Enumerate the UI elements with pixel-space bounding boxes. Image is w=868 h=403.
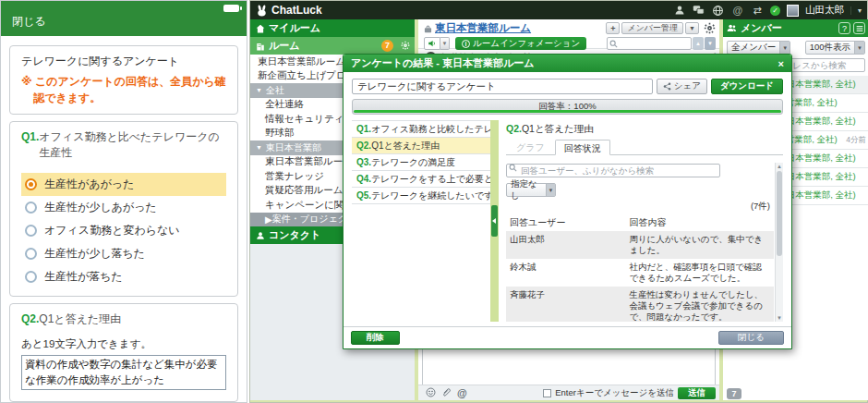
scroll-up-arrow[interactable]: ▲ — [776, 164, 783, 169]
close-button[interactable]: 閉じる — [12, 14, 46, 30]
help-icon[interactable]: ? — [838, 22, 850, 34]
radio-option[interactable]: 生産性が少しあがった — [21, 196, 226, 219]
delete-button[interactable]: 削除 — [351, 331, 400, 345]
pane-resize-handle[interactable] — [491, 205, 498, 237]
rabbit-logo-icon — [256, 5, 268, 17]
room-label: 全社連絡 — [265, 98, 304, 111]
radio-checked-icon — [25, 178, 37, 190]
question-2-title: Q2. Q1と答えた理由 — [21, 311, 226, 327]
members-controls: 全メンバー ▼ 100件表示 ▼ — [723, 37, 868, 55]
answers-table: 回答ユーザー 回答内容 山田太郎周りに人がいないので、集中できました。 鈴木誠社… — [506, 214, 774, 322]
modal-panes: Q1.オフィス勤務と比較したテレワークの生… Q2.Q1と答えた理由 Q3.テレ… — [352, 120, 783, 322]
presence-status-icon[interactable]: ✓ — [770, 6, 780, 16]
radio-option[interactable]: 生産性が落ちた — [21, 265, 226, 288]
room-label: 営業ナレッジ — [265, 170, 324, 183]
answer-user: 鈴木誠 — [506, 262, 629, 284]
scroll-down-arrow[interactable]: ▼ — [776, 315, 783, 321]
toolbar-right: Enterキーでメッセージを送信 送信 — [543, 387, 716, 399]
message-search-group: ▲ ▼ — [607, 37, 716, 50]
search-icon — [509, 164, 517, 172]
mention-icon[interactable]: @ — [731, 4, 744, 17]
page-size-value: 100件表示 — [806, 42, 854, 54]
question-list-item-selected[interactable]: Q2.Q1と答えた理由 — [352, 138, 490, 154]
person-icon — [256, 231, 265, 240]
tab-graph[interactable]: グラフ — [508, 140, 553, 154]
switch-icon[interactable]: ⇄ — [751, 4, 764, 17]
question-text: Q1と答えた理由 — [39, 311, 121, 327]
radio-label: 生産性が少し落ちた — [44, 246, 145, 262]
attach-file-icon[interactable] — [441, 385, 452, 401]
radio-label: オフィス勤務と変わらない — [44, 223, 180, 238]
answer-content: 社内だと、確認事項を口頭で確認できるためスムーズでした。 — [629, 262, 774, 284]
table-header: 回答ユーザー 回答内容 — [506, 214, 774, 231]
share-button[interactable]: シェア — [657, 79, 707, 94]
scrollbar-thumb[interactable] — [777, 171, 782, 256]
emoji-icon[interactable] — [426, 385, 436, 401]
search-prev-button[interactable]: ▲ — [693, 37, 704, 50]
send-button[interactable]: 送信 — [678, 387, 716, 399]
app-logo[interactable]: ChatLuck — [256, 4, 322, 17]
scrollbar[interactable]: ▲ ▼ — [775, 163, 783, 322]
tab-answer-status[interactable]: 回答状況 — [555, 140, 610, 155]
chatluck-app: ChatLuck @ ⇄ ✓ 山田太郎 ▾ マイルーム — [249, 0, 868, 403]
profile-icon[interactable] — [673, 4, 686, 17]
chat-rooms-icon[interactable] — [693, 4, 705, 17]
sidebar-rooms-header[interactable]: ルーム 7 — [250, 37, 415, 55]
notification-sound-button[interactable] — [424, 37, 440, 50]
search-next-button[interactable]: ▼ — [705, 37, 716, 50]
radio-option[interactable]: 生産性が少し落ちた — [21, 242, 226, 265]
answer-row[interactable]: 山田太郎周りに人がいないので、集中できました。 — [506, 231, 774, 259]
answer-user: 斉藤花子 — [506, 289, 629, 322]
question-text: オフィス勤務と比較したテレワークの生… — [371, 124, 490, 134]
radio-option[interactable]: オフィス勤務と変わらない — [21, 219, 226, 242]
sidebar-my-room[interactable]: マイルーム — [250, 19, 415, 37]
rooms-settings-gear-icon[interactable] — [401, 41, 410, 52]
radio-label: 生産性が少しあがった — [44, 200, 157, 215]
survey-name-input[interactable] — [352, 79, 653, 94]
mobile-header: 閉じる — [1, 1, 247, 36]
member-scope-select[interactable]: 全メンバー ▼ — [727, 41, 790, 55]
chat-header: 東日本営業部ルーム + メンバー管理 ▼ ▼ i ルームイ — [418, 19, 719, 49]
answer-filter-select[interactable]: 指定なし ▼ — [506, 183, 556, 197]
question-list-item[interactable]: Q5.テレワークを継続したいですか — [352, 188, 490, 204]
radio-icon — [25, 248, 37, 260]
question-text: テレワークの満足度 — [371, 157, 455, 167]
member-manage-button[interactable]: メンバー管理 — [621, 22, 683, 34]
add-member-button[interactable]: + — [606, 22, 620, 34]
room-label: 東日本営業部ルーム — [258, 55, 345, 68]
modal-close-icon[interactable]: × — [778, 58, 784, 69]
download-button[interactable]: ダウンロード — [711, 79, 783, 94]
room-settings-gear-icon[interactable] — [704, 22, 716, 34]
chat-header-row2: ▼ i ルームインフォメーション ▲ ▼ — [424, 36, 716, 51]
question-list-item[interactable]: Q3.テレワークの満足度 — [352, 154, 490, 171]
question-detail-pane: Q2. Q1と答えた理由 グラフ 回答状況 指定なし — [499, 120, 783, 322]
room-information-button[interactable]: i ルームインフォメーション — [455, 37, 586, 50]
question-list: Q1.オフィス勤務と比較したテレワークの生… Q2.Q1と答えた理由 Q3.テレ… — [352, 120, 490, 322]
battery-icon — [223, 5, 239, 12]
brand-name: ChatLuck — [271, 4, 322, 17]
room-name-link[interactable]: 東日本営業部ルーム — [435, 21, 531, 35]
question-list-item[interactable]: Q1.オフィス勤務と比較したテレワークの生… — [352, 121, 490, 138]
message-search-input[interactable] — [607, 37, 692, 50]
user-avatar[interactable] — [787, 5, 799, 17]
answer-textarea[interactable]: 資料の作成や数字の集計など集中が必要な作業の作成効率が上がった — [21, 355, 226, 390]
answer-row[interactable]: 鈴木誠社内だと、確認事項を口頭で確認できるためスムーズでした。 — [506, 259, 774, 287]
globe-icon[interactable] — [712, 4, 725, 17]
answer-search-input[interactable] — [506, 164, 720, 177]
question-number: Q1. — [21, 129, 39, 161]
page-size-select[interactable]: 100件表示 ▼ — [805, 41, 865, 55]
mention-at-icon[interactable]: @ — [457, 387, 467, 398]
question-list-item[interactable]: Q4.テレワークをする上で必要と感じる備品 — [352, 171, 490, 188]
chars-remaining-hint: あと19文字入力できます。 — [21, 337, 226, 351]
radio-option-selected[interactable]: 生産性があがった — [21, 173, 226, 196]
question-text: Q1と答えた理由 — [371, 140, 440, 151]
sound-options-caret[interactable]: ▼ — [440, 37, 450, 50]
modal-close-button[interactable]: 閉じる — [718, 331, 784, 345]
enter-to-send-checkbox[interactable] — [543, 389, 551, 397]
share-icon — [663, 82, 671, 91]
lock-icon — [424, 24, 432, 33]
user-menu-caret[interactable]: ▾ — [850, 6, 862, 15]
member-manage-caret[interactable]: ▼ — [685, 22, 699, 34]
answer-row[interactable]: 斉藤花子生産性は変わりませんでしたし、会議もウェブ会議で参加できるので、問題なか… — [506, 287, 774, 322]
list-view-icon[interactable] — [853, 22, 865, 34]
